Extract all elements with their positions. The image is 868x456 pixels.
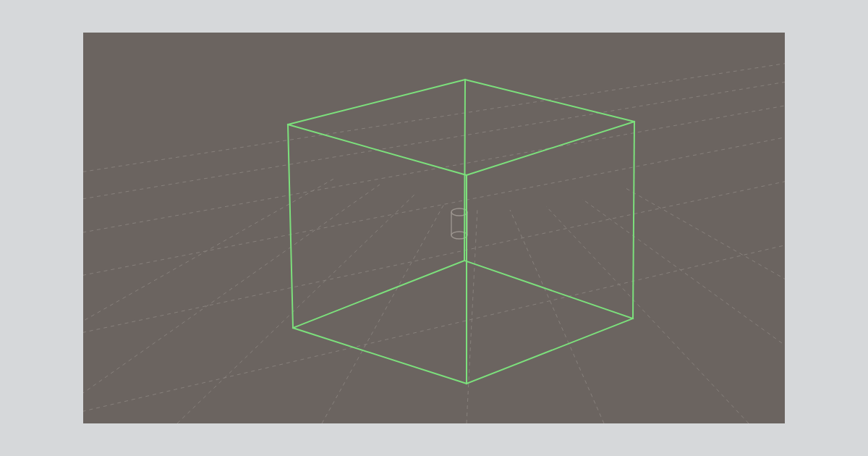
svg-line-5 <box>510 210 604 423</box>
svg-line-27 <box>288 124 293 328</box>
svg-line-8 <box>626 188 785 423</box>
svg-line-29 <box>633 122 634 318</box>
svg-line-6 <box>546 206 749 423</box>
svg-line-9 <box>83 58 785 177</box>
svg-line-25 <box>464 261 633 318</box>
svg-line-26 <box>293 261 464 328</box>
svg-line-11 <box>83 99 785 239</box>
svg-line-13 <box>83 174 785 340</box>
svg-line-21 <box>467 122 634 175</box>
svg-line-20 <box>465 80 634 122</box>
svg-line-4 <box>467 208 477 423</box>
svg-line-0 <box>83 177 336 423</box>
svg-line-30 <box>464 80 465 261</box>
floor-grid <box>83 58 785 423</box>
svg-line-14 <box>83 237 785 420</box>
svg-line-12 <box>83 130 785 282</box>
svg-line-1 <box>83 185 380 423</box>
svg-line-2 <box>177 193 416 423</box>
svg-line-10 <box>83 76 785 205</box>
svg-line-19 <box>288 80 465 124</box>
svg-line-23 <box>293 328 467 384</box>
3d-viewport[interactable] <box>83 33 785 423</box>
svg-line-3 <box>322 203 445 423</box>
svg-line-22 <box>288 124 467 175</box>
scene-canvas[interactable] <box>83 33 785 423</box>
svg-line-24 <box>467 318 633 384</box>
